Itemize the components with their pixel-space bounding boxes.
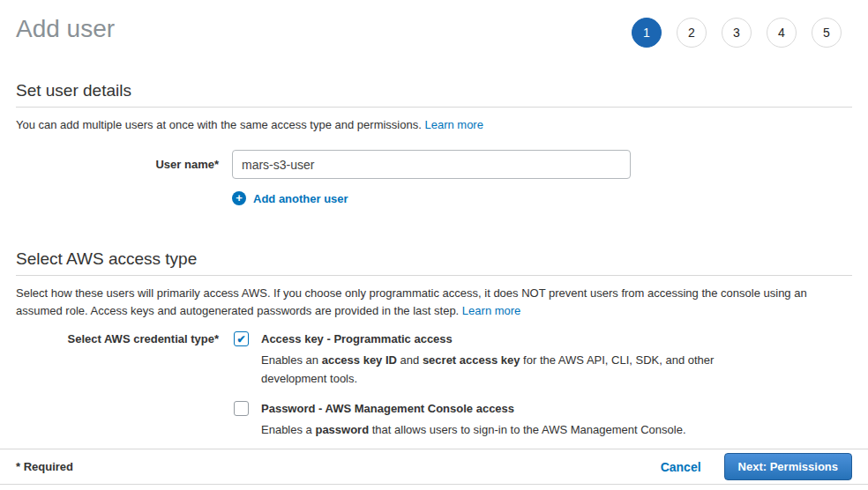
option-access-key: Access key - Programmatic access Enables…: [234, 331, 729, 388]
cancel-button[interactable]: Cancel: [661, 460, 701, 474]
access-key-checkbox[interactable]: [234, 331, 249, 346]
credential-type-label: Select AWS credential type*: [16, 331, 219, 439]
user-details-intro: You can add multiple users at once with …: [16, 116, 852, 134]
password-checkbox[interactable]: [234, 401, 249, 416]
wizard-step-3: 3: [722, 18, 752, 48]
password-title: Password - AWS Management Console access: [261, 401, 686, 416]
next-permissions-button[interactable]: Next: Permissions: [724, 453, 852, 480]
set-user-details-heading: Set user details: [16, 81, 852, 108]
required-note: * Required: [16, 460, 73, 473]
wizard-step-1: 1: [632, 18, 662, 48]
username-label: User name*: [16, 150, 219, 171]
username-row: User name*: [16, 150, 852, 179]
wizard-footer: * Required Cancel Next: Permissions: [0, 449, 868, 485]
access-type-heading: Select AWS access type: [16, 249, 852, 276]
username-input[interactable]: [232, 150, 631, 179]
option-password: Password - AWS Management Console access…: [234, 401, 729, 439]
learn-more-link-access[interactable]: Learn more: [462, 304, 520, 317]
learn-more-link-users[interactable]: Learn more: [424, 118, 483, 131]
wizard-step-4: 4: [767, 18, 797, 48]
wizard-steps: 1 2 3 4 5: [632, 18, 852, 48]
password-description: Enables a password that allows users to …: [261, 420, 686, 439]
access-type-intro: Select how these users will primarily ac…: [16, 285, 852, 320]
credential-type-row: Select AWS credential type* Access key -…: [16, 331, 852, 439]
user-details-intro-text: You can add multiple users at once with …: [16, 118, 422, 131]
plus-circle-icon: [232, 191, 246, 205]
access-type-intro-text: Select how these users will primarily ac…: [16, 286, 807, 317]
add-another-user-button[interactable]: Add another user: [232, 191, 348, 205]
page-header: Add user 1 2 3 4 5: [16, 14, 852, 48]
page-title: Add user: [16, 14, 115, 44]
add-user-page: Add user 1 2 3 4 5 Set user details You …: [0, 0, 868, 439]
add-another-user-label: Add another user: [253, 192, 348, 205]
wizard-step-2: 2: [677, 18, 707, 48]
access-key-description: Enables an access key ID and secret acce…: [261, 351, 729, 388]
wizard-step-5: 5: [812, 18, 842, 48]
credential-options: Access key - Programmatic access Enables…: [234, 331, 729, 439]
access-key-title: Access key - Programmatic access: [261, 331, 729, 346]
